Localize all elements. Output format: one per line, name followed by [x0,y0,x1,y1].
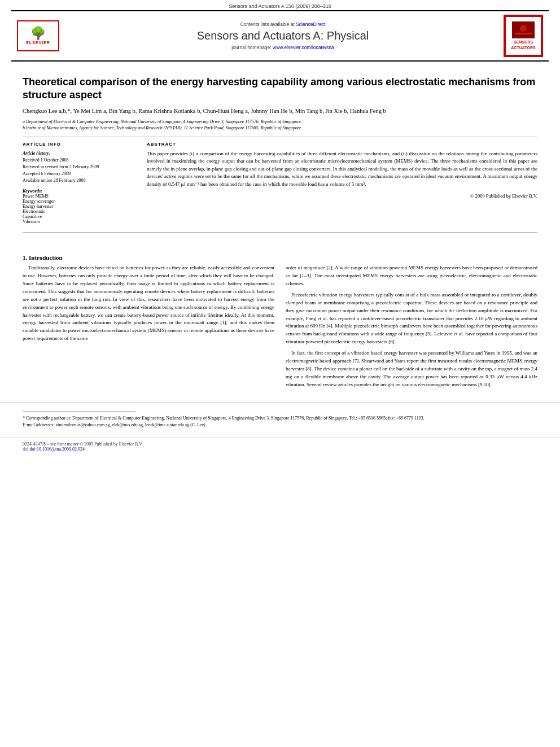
abstract-paragraph: This paper provides (i) a comparison of … [147,150,537,189]
body-col-right: order of magnitude [2]. A wide range of … [286,264,537,392]
keyword-5: Capacitive [23,214,135,219]
page: Sensors and Actuators A 156 (2009) 208–2… [0,0,560,747]
svg-point-1 [520,25,527,32]
body-para-1: Traditionally, electronic devices have r… [23,264,274,343]
doi-line: doi:doi:10.1016/j.sna.2009.02.024 [23,447,537,452]
svg-rect-2 [515,33,532,34]
abstract-col: ABSTRACT This paper provides (i) a compa… [147,142,537,224]
received-2: Received in revised form 2 February 2009 [23,164,135,171]
body-content: 1. Introduction Traditionally, electroni… [0,243,560,398]
keyword-2: Energy scavenger [23,199,135,204]
article-content: Theoretical comparison of the energy har… [0,62,560,243]
article-title: Theoretical comparison of the energy har… [23,76,537,102]
affiliation-a: a Department of Electrical & Computer En… [23,119,537,125]
elsevier-wordmark: ELSEVIER [26,41,50,45]
sensors-badge-inner: SENSORS ACTUATORS [506,17,541,55]
journal-header: 🌳 ELSEVIER Contents lists available at S… [11,10,549,62]
body-para-r3: In fact, the first concept of a vibratio… [286,350,537,389]
keywords-block: Keywords: Power MEMS Energy scavenger En… [23,189,135,224]
available-online: Available online 28 February 2009 [23,177,135,184]
doi-link[interactable]: doi:10.1016/j.sna.2009.02.024 [29,447,85,452]
info-abstract-section: ARTICLE INFO Article history: Received 1… [23,142,537,224]
citation-bar: Sensors and Actuators A 156 (2009) 208–2… [0,0,560,10]
abstract-text: This paper provides (i) a comparison of … [147,150,537,200]
accepted: Accepted 6 February 2009 [23,171,135,177]
body-two-col: Traditionally, electronic devices have r… [23,264,537,392]
abstract-label: ABSTRACT [147,142,537,147]
issn-line: 0924-4247/$ – see front matter © 2009 Pu… [23,442,537,447]
body-para-r1: order of magnitude [2]. A wide range of … [286,264,537,288]
keyword-4: Electrostatic [23,209,135,214]
keyword-3: Energy harvester [23,204,135,209]
authors: Chengkuo Lee a,b,*, Ye Mei Lim a, Bin Ya… [23,107,537,116]
article-info-col: ARTICLE INFO Article history: Received 1… [23,142,135,224]
copyright: © 2009 Published by Elsevier B.V. [147,193,537,200]
section-1-heading: 1. Introduction [23,254,537,261]
elsevier-tree-icon: 🌳 [30,27,46,40]
elsevier-logo-box: 🌳 ELSEVIER [17,20,59,51]
keyword-6: Vibration [23,219,135,224]
sensors-badge: SENSORS ACTUATORS [504,15,543,57]
footnote-2: E-mail addresses: vincentleenus@yahoo.co… [23,422,537,429]
article-history: Article history: Received 1 October 2008… [23,150,135,184]
keyword-1: Power MEMS [23,194,135,199]
authors-text: Chengkuo Lee a,b,*, Ye Mei Lim a, Bin Ya… [23,108,386,114]
footnote-1: * Corresponding author at: Department of… [23,415,537,422]
citation-text: Sensors and Actuators A 156 (2009) 208–2… [229,3,331,9]
bottom-bar: 0924-4247/$ – see front matter © 2009 Pu… [0,438,560,455]
divider-2 [23,232,537,233]
footnote-divider [23,411,135,412]
body-col-left: Traditionally, electronic devices have r… [23,264,274,392]
affiliation-b: b Institute of Microelectronics, Agency … [23,125,537,131]
keywords-label: Keywords: [23,189,135,194]
journal-center: Contents lists available at ScienceDirec… [62,21,504,50]
journal-homepage-line: journal homepage: www.elsevier.com/locat… [68,45,498,50]
history-label: Article history: [23,150,135,157]
article-info-label: ARTICLE INFO [23,142,135,147]
sensors-badge-image [512,21,535,38]
body-para-r2: Piezoelectric vibration energy harvester… [286,291,537,347]
journal-title: Sensors and Actuators A: Physical [68,29,498,42]
sciencedirect-line: Contents lists available at ScienceDirec… [68,21,498,27]
journal-homepage-link[interactable]: www.elsevier.com/locate/sna [273,45,334,50]
sensors-badge-text: SENSORS ACTUATORS [511,40,535,50]
footnotes-area: * Corresponding author at: Department of… [0,403,560,432]
received-1: Received 1 October 2008 [23,157,135,164]
sciencedirect-link[interactable]: ScienceDirect [296,21,325,27]
affiliations: a Department of Electrical & Computer En… [23,119,537,131]
divider-1 [23,137,537,137]
elsevier-logo: 🌳 ELSEVIER [17,20,62,51]
